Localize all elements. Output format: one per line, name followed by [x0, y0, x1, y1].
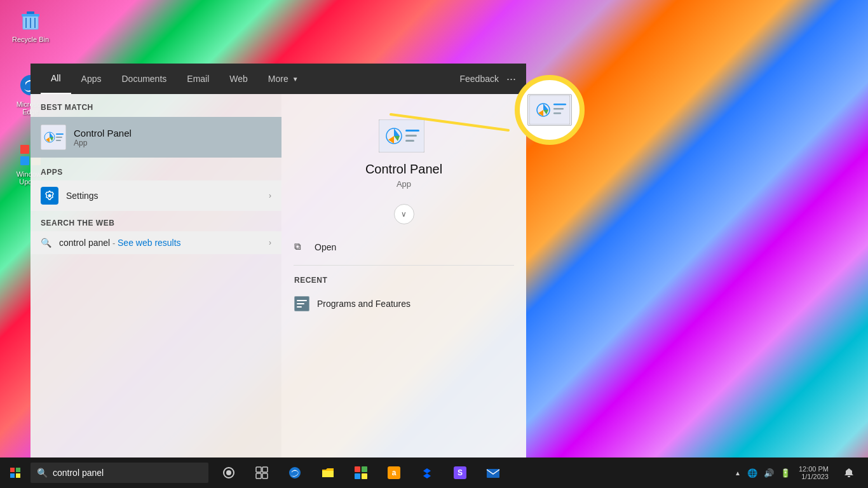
best-match-type: App [74, 139, 132, 147]
recent-item-programs-features[interactable]: Programs and Features [281, 290, 526, 318]
recycle-bin-label: Recycle Bin [12, 36, 49, 43]
search-input[interactable] [53, 468, 193, 478]
svg-rect-47 [487, 469, 499, 478]
svg-rect-2 [27, 11, 34, 14]
svg-text:S: S [458, 468, 463, 477]
left-panel: Best match [31, 94, 281, 458]
programs-features-label: Programs and Features [317, 299, 410, 309]
tray-clock[interactable]: 12:00 PM 1/1/2023 [795, 465, 832, 480]
volume-icon[interactable]: 🔊 [762, 468, 776, 478]
taskbar-edge-button[interactable] [280, 458, 310, 488]
start-menu: All Apps Documents Email Web More ▼ Feed… [31, 64, 526, 458]
svg-rect-7 [20, 145, 29, 154]
chevron-down-icon: ∨ [401, 210, 407, 219]
taskbar-store-button[interactable] [346, 458, 376, 488]
svg-rect-16 [56, 140, 61, 141]
apps-section-header: Apps [31, 163, 281, 180]
svg-rect-23 [297, 300, 307, 301]
windows-logo-icon [10, 468, 20, 478]
best-match-name: Control Panel [74, 128, 132, 139]
tray-date-text: 1/1/2023 [799, 473, 829, 480]
battery-icon[interactable]: 🔋 [778, 468, 792, 478]
divider [294, 265, 514, 266]
taskbar-silverlock-button[interactable]: S [445, 458, 475, 488]
search-icon: 🔍 [41, 238, 51, 248]
svg-rect-35 [262, 467, 268, 472]
recent-header: Recent [281, 271, 340, 290]
search-nav: All Apps Documents Email Web More ▼ Feed… [31, 64, 526, 94]
svg-rect-42 [362, 473, 367, 479]
more-options-button[interactable]: ··· [506, 72, 516, 86]
chevron-down-icon: ▼ [292, 76, 299, 83]
annotation-circle [515, 75, 585, 145]
desktop-icon-recycle-bin[interactable]: Recycle Bin [5, 5, 56, 46]
desktop: Recycle Bin Microsoft Edge Windows Updat… [0, 0, 868, 488]
notification-button[interactable] [835, 458, 863, 488]
open-icon: ⧉ [294, 241, 307, 254]
search-icon: 🔍 [37, 468, 48, 478]
tab-more[interactable]: More ▼ [258, 64, 309, 94]
tab-apps[interactable]: Apps [71, 64, 112, 94]
settings-label: Settings [66, 191, 261, 201]
annotation-cp-icon [527, 94, 572, 126]
feedback-button[interactable]: Feedback [460, 74, 499, 84]
svg-rect-21 [405, 140, 414, 142]
taskbar-explorer-button[interactable] [313, 458, 343, 488]
svg-rect-48 [848, 476, 850, 477]
app-detail-name: Control Panel [365, 162, 442, 177]
tab-all[interactable]: All [41, 64, 71, 94]
svg-point-38 [289, 467, 301, 478]
svg-rect-39 [355, 466, 360, 472]
tab-documents[interactable]: Documents [111, 64, 177, 94]
svg-rect-30 [553, 112, 561, 114]
svg-rect-36 [256, 473, 261, 478]
open-action[interactable]: ⧉ Open [281, 234, 526, 260]
taskbar-amazon-button[interactable]: a [379, 458, 409, 488]
taskbar-tray: ▲ 🌐 🔊 🔋 12:00 PM 1/1/2023 [733, 458, 868, 488]
svg-rect-40 [362, 466, 367, 472]
svg-rect-24 [297, 303, 304, 304]
network-icon[interactable]: 🌐 [745, 468, 759, 478]
control-panel-best-match-icon [41, 125, 66, 150]
svg-rect-14 [56, 133, 64, 135]
best-match-control-panel[interactable]: Control Panel App [31, 117, 281, 158]
settings-chevron-icon: › [269, 191, 271, 200]
taskbar-mail-button[interactable] [478, 458, 508, 488]
svg-rect-19 [405, 130, 419, 132]
taskbar-search-box[interactable]: 🔍 [31, 463, 208, 483]
web-search-header: Search the web [31, 211, 281, 231]
expand-button[interactable]: ∨ [394, 204, 414, 224]
svg-rect-15 [56, 137, 62, 138]
tab-email[interactable]: Email [177, 64, 219, 94]
svg-rect-41 [355, 473, 360, 479]
app-detail-type: App [397, 179, 411, 189]
open-label: Open [315, 242, 336, 252]
svg-text:a: a [392, 468, 397, 477]
tray-chevron-icon[interactable]: ▲ [733, 470, 743, 477]
svg-rect-1 [22, 14, 39, 17]
taskbar-dropbox-button[interactable] [412, 458, 442, 488]
settings-item[interactable]: Settings › [31, 180, 281, 211]
svg-rect-34 [256, 467, 261, 472]
programs-features-icon [294, 296, 309, 311]
tray-time-text: 12:00 PM [799, 465, 829, 473]
web-search-query: control panel - See web results [59, 238, 261, 248]
settings-icon [41, 187, 58, 205]
taskbar: 🔍 [0, 458, 868, 488]
svg-rect-9 [20, 156, 29, 165]
start-button[interactable] [0, 458, 31, 488]
task-view-button[interactable] [247, 458, 277, 488]
recycle-bin-icon [18, 8, 43, 33]
svg-rect-20 [405, 135, 417, 137]
svg-rect-29 [553, 108, 564, 110]
web-search-chevron-icon: › [269, 238, 271, 247]
see-web-results-link[interactable]: See web results [118, 238, 181, 248]
cortana-button[interactable] [214, 458, 244, 488]
svg-point-33 [226, 470, 231, 475]
svg-rect-37 [262, 473, 268, 478]
right-panel: Control Panel App ∨ ⧉ Open Recent [281, 94, 526, 458]
web-search-item[interactable]: 🔍 control panel - See web results › [31, 231, 281, 254]
taskbar-app-icons: a S [214, 458, 508, 488]
tab-web[interactable]: Web [219, 64, 258, 94]
search-content: Best match [31, 94, 526, 458]
